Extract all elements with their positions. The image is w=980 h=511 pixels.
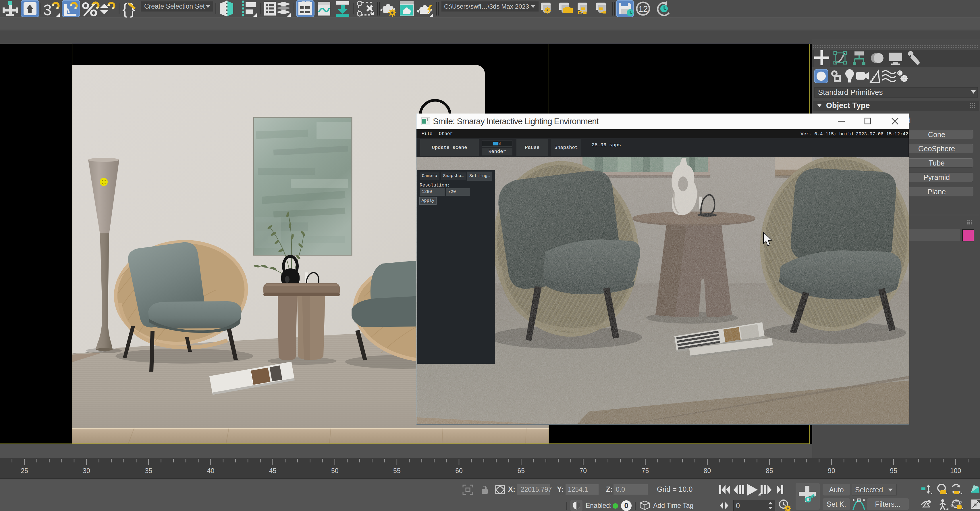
- svg-text:12: 12: [638, 4, 648, 13]
- svg-text:25: 25: [21, 467, 28, 474]
- svg-text:80: 80: [704, 467, 711, 474]
- svg-text:30: 30: [83, 467, 90, 474]
- svg-text:Object Type: Object Type: [826, 101, 870, 110]
- svg-text:C:\Users\swfl…\3ds Max 2023: C:\Users\swfl…\3ds Max 2023: [444, 3, 529, 10]
- svg-text:90: 90: [828, 467, 835, 474]
- svg-text:Standard Primitives: Standard Primitives: [818, 88, 883, 97]
- svg-text:60: 60: [455, 467, 463, 474]
- svg-text:75: 75: [642, 467, 649, 474]
- svg-text:35: 35: [145, 467, 153, 474]
- svg-text:100: 100: [950, 467, 961, 474]
- svg-text:55: 55: [393, 467, 401, 474]
- svg-text:Create Selection Set: Create Selection Set: [144, 3, 205, 10]
- svg-text:45: 45: [269, 467, 277, 474]
- svg-text:65: 65: [517, 467, 525, 474]
- svg-text:50: 50: [331, 467, 339, 474]
- svg-text:3: 3: [43, 1, 52, 18]
- svg-text:95: 95: [890, 467, 897, 474]
- svg-text:85: 85: [766, 467, 773, 474]
- svg-text:70: 70: [580, 467, 587, 474]
- svg-text:40: 40: [207, 467, 215, 474]
- svg-text:{: {: [123, 0, 127, 18]
